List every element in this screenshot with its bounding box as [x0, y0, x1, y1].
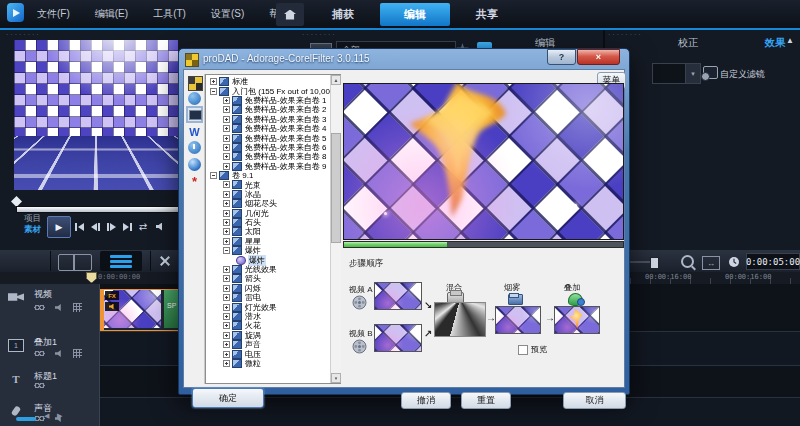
favorites-icon[interactable]: *: [188, 175, 201, 188]
video-b-thumbnail[interactable]: [374, 324, 422, 352]
expand-icon[interactable]: [223, 181, 230, 188]
expand-icon[interactable]: [223, 275, 230, 282]
clock-icon[interactable]: [728, 254, 740, 272]
expand-icon[interactable]: [223, 153, 230, 160]
tree-item[interactable]: 光束: [206, 180, 340, 189]
voice-track-row[interactable]: [0, 398, 800, 426]
prev-frame-button[interactable]: [88, 220, 102, 233]
preview-checkbox[interactable]: 预览: [518, 344, 547, 355]
home-tab[interactable]: [276, 3, 304, 26]
tab-edit[interactable]: 编辑: [380, 3, 450, 26]
link-icon[interactable]: [34, 350, 45, 357]
tree-item[interactable]: 几何光: [206, 208, 340, 217]
expand-icon[interactable]: [223, 238, 230, 245]
title-track-header[interactable]: T 标题1: [0, 366, 99, 397]
expand-icon[interactable]: [223, 135, 230, 142]
help-button[interactable]: ?: [547, 49, 576, 65]
menu-item[interactable]: 文件(F): [34, 5, 73, 23]
clip-mode-toggle[interactable]: 素材: [24, 224, 41, 236]
tab-capture[interactable]: 捕获: [308, 3, 378, 26]
expand-icon[interactable]: [223, 351, 230, 358]
expand-icon[interactable]: [223, 332, 230, 339]
expand-icon[interactable]: [223, 228, 230, 235]
tree-item[interactable]: 旋涡: [206, 331, 340, 340]
menu-item[interactable]: 设置(S): [208, 5, 247, 23]
undo-button[interactable]: 撤消: [401, 392, 451, 409]
scrubber-track[interactable]: [16, 206, 179, 213]
zoom-in-icon[interactable]: [681, 255, 694, 268]
horizontal-scrollbar[interactable]: [16, 417, 36, 421]
video-track-header[interactable]: 视频: [0, 284, 99, 331]
expand-icon[interactable]: [223, 163, 230, 170]
tree-item[interactable]: 潜水: [206, 312, 340, 321]
expand-icon[interactable]: [223, 341, 230, 348]
prodad-icon[interactable]: [188, 76, 203, 91]
scroll-right-icon[interactable]: ▶: [57, 412, 62, 420]
history-icon[interactable]: [188, 141, 201, 154]
expand-icon[interactable]: [210, 78, 217, 85]
tools-icon[interactable]: [158, 255, 172, 268]
storyboard-view-button[interactable]: [58, 254, 92, 271]
menu-item[interactable]: 工具(T): [150, 5, 189, 23]
grid-icon[interactable]: [73, 303, 82, 312]
scroll-left-icon[interactable]: ◀: [44, 412, 49, 420]
panel-tab-correct[interactable]: 校正: [663, 36, 713, 50]
speaker-icon[interactable]: [55, 304, 63, 311]
collapse-icon[interactable]: [210, 172, 217, 179]
panel-grip[interactable]: ········: [6, 32, 41, 38]
expand-icon[interactable]: [223, 191, 230, 198]
w-icon[interactable]: W: [188, 125, 201, 138]
tree-item[interactable]: 星星: [206, 237, 340, 246]
speaker-icon[interactable]: [55, 350, 63, 357]
expand-icon[interactable]: [223, 219, 230, 226]
expand-icon[interactable]: [223, 313, 230, 320]
expand-icon[interactable]: [223, 125, 230, 132]
expand-icon[interactable]: [223, 116, 230, 123]
tree-scrollbar[interactable]: ▲ ▾: [330, 75, 341, 383]
collapse-icon[interactable]: [223, 247, 230, 254]
video-a-thumbnail[interactable]: [374, 282, 422, 310]
expand-icon[interactable]: [223, 322, 230, 329]
custom-filter-label[interactable]: 自定义滤镜: [720, 68, 765, 81]
expand-icon[interactable]: [223, 200, 230, 207]
timeline-view-button[interactable]: [100, 251, 142, 271]
next-frame-button[interactable]: [104, 220, 118, 233]
overlay-thumbnail[interactable]: [554, 306, 600, 334]
play-button[interactable]: ▶: [47, 216, 71, 238]
menu-item[interactable]: 编辑(E): [92, 5, 131, 23]
go-start-button[interactable]: [72, 220, 86, 233]
tree-item[interactable]: 免费样品-效果来自卷 9: [206, 162, 340, 171]
scrollbar-thumb[interactable]: [331, 133, 341, 243]
link-icon[interactable]: [34, 382, 45, 389]
reset-button[interactable]: 重置: [461, 392, 511, 409]
collapse-icon[interactable]: [210, 88, 217, 95]
expand-icon[interactable]: [223, 304, 230, 311]
panel-grip[interactable]: ········: [302, 32, 337, 38]
tree-item[interactable]: 石头: [206, 218, 340, 227]
refresh-icon[interactable]: [188, 92, 201, 105]
overlay-track-header[interactable]: 1 叠加1: [0, 332, 99, 365]
tab-share[interactable]: 共享: [452, 3, 522, 26]
scroll-up-icon[interactable]: ▲: [331, 75, 341, 85]
chevron-down-icon[interactable]: ▾: [685, 63, 701, 84]
effect-preset-dropdown[interactable]: [652, 63, 687, 84]
checkbox-box[interactable]: [518, 345, 528, 355]
tree-item[interactable]: 烟花尽头: [206, 199, 340, 208]
monitor-icon[interactable]: [188, 108, 201, 121]
expand-icon[interactable]: [223, 285, 230, 292]
tree-item[interactable]: 电压: [206, 349, 340, 358]
tree-item[interactable]: 光线效果: [206, 265, 340, 274]
ok-button[interactable]: 确定: [192, 388, 264, 408]
globe-icon[interactable]: [188, 158, 201, 171]
tree-item[interactable]: 火花: [206, 321, 340, 330]
expand-icon[interactable]: [223, 360, 230, 367]
zoom-slider-handle[interactable]: [650, 257, 659, 269]
playhead-marker[interactable]: [86, 272, 97, 283]
tree-item[interactable]: 闪烁: [206, 284, 340, 293]
voice-track-header[interactable]: 声音: [0, 398, 99, 426]
blend-thumbnail[interactable]: [434, 302, 486, 337]
dialog-titlebar[interactable]: proDAD - Adorage-CorelFilter 3.0.115 ? ×: [179, 49, 629, 69]
collapse-panel-icon[interactable]: ▲: [786, 36, 794, 45]
expand-icon[interactable]: [223, 106, 230, 113]
timeline-clip[interactable]: SP FX: [100, 289, 187, 331]
